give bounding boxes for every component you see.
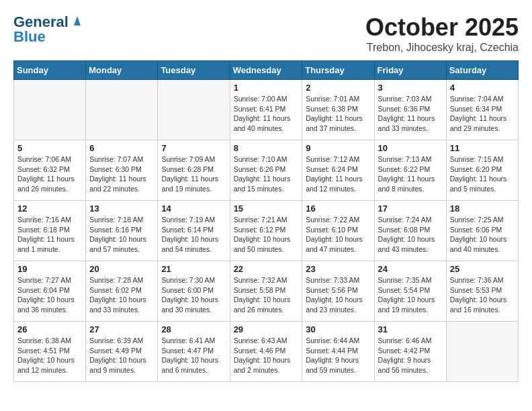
calendar-cell: 2Sunrise: 7:01 AMSunset: 6:38 PMDaylight… [302,80,374,140]
calendar-cell: 31Sunrise: 6:46 AMSunset: 4:42 PMDayligh… [374,322,446,382]
day-info: Sunrise: 7:30 AMSunset: 6:00 PMDaylight:… [161,275,226,315]
location: Trebon, Jihocesky kraj, Czechia [365,42,519,54]
day-number: 4 [450,83,515,93]
title-block: October 2025 Trebon, Jihocesky kraj, Cze… [365,13,519,54]
calendar-cell: 29Sunrise: 6:43 AMSunset: 4:46 PMDayligh… [230,322,302,382]
day-info: Sunrise: 7:18 AMSunset: 6:16 PMDaylight:… [89,215,154,255]
day-info: Sunrise: 7:10 AMSunset: 6:26 PMDaylight:… [234,154,299,194]
calendar-cell: 5Sunrise: 7:06 AMSunset: 6:32 PMDaylight… [14,140,86,201]
day-number: 11 [450,143,515,153]
day-info: Sunrise: 7:19 AMSunset: 6:14 PMDaylight:… [161,215,226,255]
day-number: 27 [89,324,154,334]
day-number: 28 [161,324,226,334]
day-info: Sunrise: 7:24 AMSunset: 6:08 PMDaylight:… [378,215,443,255]
day-info: Sunrise: 7:13 AMSunset: 6:22 PMDaylight:… [378,154,443,194]
day-info: Sunrise: 6:39 AMSunset: 4:49 PMDaylight:… [89,336,154,375]
day-info: Sunrise: 7:00 AMSunset: 6:41 PMDaylight:… [234,94,299,134]
week-row-3: 12Sunrise: 7:16 AMSunset: 6:18 PMDayligh… [14,201,519,261]
week-row-5: 26Sunrise: 6:38 AMSunset: 4:51 PMDayligh… [14,322,519,382]
month-title: October 2025 [365,13,519,42]
day-number: 12 [17,203,82,214]
calendar-cell: 25Sunrise: 7:36 AMSunset: 5:53 PMDayligh… [446,261,518,322]
day-number: 24 [378,264,443,274]
logo-blue: Blue [13,28,46,46]
day-number: 22 [234,264,299,274]
calendar-cell: 7Sunrise: 7:09 AMSunset: 6:28 PMDaylight… [158,140,230,201]
weekday-header-saturday: Saturday [446,61,518,80]
calendar-table: SundayMondayTuesdayWednesdayThursdayFrid… [13,60,519,382]
day-info: Sunrise: 6:41 AMSunset: 4:47 PMDaylight:… [161,336,226,375]
weekday-header-tuesday: Tuesday [158,61,230,80]
calendar-cell: 16Sunrise: 7:22 AMSunset: 6:10 PMDayligh… [302,201,374,261]
day-info: Sunrise: 7:27 AMSunset: 6:04 PMDaylight:… [17,275,82,315]
weekday-header-friday: Friday [374,61,446,80]
calendar-cell: 11Sunrise: 7:15 AMSunset: 6:20 PMDayligh… [446,140,518,201]
day-info: Sunrise: 7:01 AMSunset: 6:38 PMDaylight:… [306,94,370,134]
day-number: 1 [234,83,299,93]
calendar-cell: 3Sunrise: 7:03 AMSunset: 6:36 PMDaylight… [374,80,446,140]
calendar-cell: 4Sunrise: 7:04 AMSunset: 6:34 PMDaylight… [446,80,518,140]
week-row-2: 5Sunrise: 7:06 AMSunset: 6:32 PMDaylight… [14,140,519,201]
weekday-header-thursday: Thursday [302,61,374,80]
day-info: Sunrise: 7:16 AMSunset: 6:18 PMDaylight:… [17,215,82,255]
day-number: 9 [306,143,370,153]
calendar-cell: 10Sunrise: 7:13 AMSunset: 6:22 PMDayligh… [374,140,446,201]
day-number: 8 [234,143,299,153]
day-info: Sunrise: 7:36 AMSunset: 5:53 PMDaylight:… [450,275,515,315]
calendar-cell: 17Sunrise: 7:24 AMSunset: 6:08 PMDayligh… [374,201,446,261]
weekday-header-monday: Monday [86,61,158,80]
day-number: 18 [450,203,515,214]
day-info: Sunrise: 6:46 AMSunset: 4:42 PMDaylight:… [378,336,443,375]
calendar-cell: 14Sunrise: 7:19 AMSunset: 6:14 PMDayligh… [158,201,230,261]
day-number: 25 [450,264,515,274]
logo-icon [70,13,85,28]
calendar-cell: 8Sunrise: 7:10 AMSunset: 6:26 PMDaylight… [230,140,302,201]
day-number: 23 [306,264,370,274]
day-info: Sunrise: 7:03 AMSunset: 6:36 PMDaylight:… [378,94,443,134]
day-info: Sunrise: 7:04 AMSunset: 6:34 PMDaylight:… [450,94,515,134]
day-info: Sunrise: 6:44 AMSunset: 4:44 PMDaylight:… [306,336,370,375]
day-number: 26 [17,324,82,334]
day-number: 7 [161,143,226,153]
calendar-cell: 27Sunrise: 6:39 AMSunset: 4:49 PMDayligh… [86,322,158,382]
svg-marker-0 [74,16,81,26]
day-info: Sunrise: 7:35 AMSunset: 5:54 PMDaylight:… [378,275,443,315]
day-info: Sunrise: 7:25 AMSunset: 6:06 PMDaylight:… [450,215,515,255]
calendar-cell [14,80,86,140]
day-number: 5 [17,143,82,153]
page-header: General Blue October 2025 Trebon, Jihoce… [13,13,519,54]
calendar-cell: 1Sunrise: 7:00 AMSunset: 6:41 PMDaylight… [230,80,302,140]
day-number: 14 [161,203,226,214]
day-info: Sunrise: 7:22 AMSunset: 6:10 PMDaylight:… [306,215,370,255]
logo: General Blue [13,13,85,46]
day-info: Sunrise: 6:43 AMSunset: 4:46 PMDaylight:… [234,336,299,375]
calendar-cell: 22Sunrise: 7:32 AMSunset: 5:58 PMDayligh… [230,261,302,322]
day-info: Sunrise: 7:21 AMSunset: 6:12 PMDaylight:… [234,215,299,255]
day-number: 21 [161,264,226,274]
day-number: 3 [378,83,443,93]
calendar-cell [446,322,518,382]
calendar-cell: 26Sunrise: 6:38 AMSunset: 4:51 PMDayligh… [14,322,86,382]
day-number: 19 [17,264,82,274]
calendar-cell [158,80,230,140]
calendar-cell: 20Sunrise: 7:28 AMSunset: 6:02 PMDayligh… [86,261,158,322]
day-info: Sunrise: 7:33 AMSunset: 5:56 PMDaylight:… [306,275,370,315]
calendar-cell: 6Sunrise: 7:07 AMSunset: 6:30 PMDaylight… [86,140,158,201]
calendar-cell: 9Sunrise: 7:12 AMSunset: 6:24 PMDaylight… [302,140,374,201]
day-number: 30 [306,324,370,334]
day-number: 2 [306,83,370,93]
day-info: Sunrise: 7:28 AMSunset: 6:02 PMDaylight:… [89,275,154,315]
day-number: 31 [378,324,443,334]
day-info: Sunrise: 7:09 AMSunset: 6:28 PMDaylight:… [161,154,226,194]
calendar-cell: 13Sunrise: 7:18 AMSunset: 6:16 PMDayligh… [86,201,158,261]
calendar-cell: 28Sunrise: 6:41 AMSunset: 4:47 PMDayligh… [158,322,230,382]
weekday-header-row: SundayMondayTuesdayWednesdayThursdayFrid… [14,61,519,80]
day-number: 20 [89,264,154,274]
day-info: Sunrise: 7:32 AMSunset: 5:58 PMDaylight:… [234,275,299,315]
day-number: 15 [234,203,299,214]
calendar-cell: 24Sunrise: 7:35 AMSunset: 5:54 PMDayligh… [374,261,446,322]
day-number: 10 [378,143,443,153]
week-row-1: 1Sunrise: 7:00 AMSunset: 6:41 PMDaylight… [14,80,519,140]
calendar-cell: 21Sunrise: 7:30 AMSunset: 6:00 PMDayligh… [158,261,230,322]
week-row-4: 19Sunrise: 7:27 AMSunset: 6:04 PMDayligh… [14,261,519,322]
